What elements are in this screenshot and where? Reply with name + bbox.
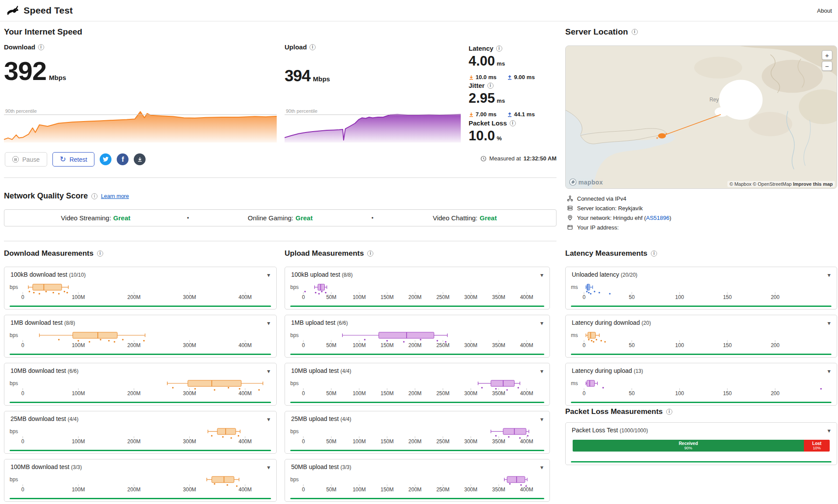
progress-line	[10, 402, 271, 403]
svg-text:0: 0	[583, 390, 586, 396]
chevron-down-icon[interactable]: ▾	[267, 368, 270, 374]
speed-test-logo	[6, 5, 19, 16]
svg-text:100M: 100M	[353, 342, 366, 348]
info-icon[interactable]: i	[367, 250, 373, 257]
svg-text:300M: 300M	[183, 294, 196, 300]
unit-label: bps	[290, 428, 302, 445]
chevron-down-icon[interactable]: ▾	[540, 320, 543, 326]
info-icon[interactable]: i	[510, 120, 516, 126]
learn-more-link[interactable]: Learn more	[101, 193, 129, 199]
measurement-card: 100MB download test (3/3)▾bps0100M200M30…	[4, 459, 277, 502]
info-icon[interactable]: i	[487, 83, 494, 89]
asn-link[interactable]: AS51896	[646, 215, 670, 221]
chevron-down-icon[interactable]: ▾	[540, 464, 543, 470]
latency-stats: Latency i 4.00ms 10.0 ms 9.00 ms	[469, 45, 556, 154]
zoom-out-button[interactable]: −	[822, 61, 832, 71]
map-zoom-controls: + −	[822, 50, 832, 71]
retest-button[interactable]: ↻ Retest	[52, 152, 95, 167]
your-network-row: Your network: Hringdu ehf (AS51896)	[567, 213, 671, 222]
packet-loss-card: Packet Loss Test (1000/1000) ▾ Received …	[565, 422, 837, 465]
measurement-card: 50MB upload test (3/3)▾bps050M100M150M20…	[285, 459, 550, 502]
lost-segment: Lost 10%	[804, 440, 830, 452]
chevron-down-icon[interactable]: ▾	[267, 272, 270, 278]
chevron-down-icon[interactable]: ▾	[828, 428, 831, 434]
svg-text:50M: 50M	[326, 487, 336, 493]
info-icon[interactable]: i	[632, 29, 638, 35]
card-title: Latency during upload (13)	[572, 367, 643, 374]
svg-text:100: 100	[675, 390, 684, 396]
svg-text:300M: 300M	[464, 342, 477, 348]
chevron-down-icon[interactable]: ▾	[828, 368, 831, 374]
svg-text:250M: 250M	[436, 438, 449, 445]
unit-label: bps	[290, 476, 302, 493]
upload-block: Upload i 394Mbps 90th percentile	[285, 43, 461, 164]
svg-text:300M: 300M	[183, 390, 196, 396]
attribution-text: © Mapbox © OpenStreetMap	[730, 181, 792, 187]
svg-text:150M: 150M	[380, 438, 393, 445]
measurement-card: Unloaded latency (20/20)▾ms050100150200	[565, 267, 837, 309]
quality-label: Online Gaming:	[248, 214, 293, 222]
jitter-group: Jitter i 2.95ms 7.00 ms 44.1 ms	[469, 82, 535, 118]
svg-text:150M: 150M	[380, 487, 393, 493]
controls-row: Pause ↻ Retest f	[5, 152, 146, 167]
improve-map-link[interactable]: Improve this map	[793, 181, 833, 187]
chevron-down-icon[interactable]: ▾	[540, 368, 543, 374]
card-title: 100kB upload test (8/8)	[291, 271, 353, 278]
measurement-card: 10MB download test (6/6)▾bps0100M200M300…	[4, 363, 277, 406]
zoom-in-button[interactable]: +	[822, 50, 832, 60]
svg-text:200M: 200M	[127, 342, 140, 348]
server-map[interactable]: Reykjavík + − mapbox © Mapbox © OpenStre…	[565, 45, 837, 189]
chevron-down-icon[interactable]: ▾	[540, 416, 543, 422]
progress-line	[290, 354, 544, 355]
card-count: (3/3)	[71, 464, 82, 470]
quality-label: Video Streaming:	[61, 214, 111, 222]
measurement-card: 1MB download test (8/8)▾bps0100M200M300M…	[4, 315, 277, 358]
about-link[interactable]: About	[817, 7, 832, 14]
svg-text:200: 200	[771, 342, 779, 348]
info-icon[interactable]: i	[666, 409, 672, 415]
info-icon[interactable]: i	[309, 44, 316, 50]
chevron-down-icon[interactable]: ▾	[828, 272, 831, 278]
svg-text:300M: 300M	[183, 487, 196, 493]
twitter-share-button[interactable]	[100, 153, 111, 165]
download-unit: Mbps	[49, 74, 66, 81]
svg-text:200M: 200M	[408, 294, 421, 300]
facebook-share-button[interactable]: f	[117, 153, 129, 165]
svg-text:350M: 350M	[492, 342, 505, 348]
location-pin-icon	[567, 215, 573, 221]
divider	[4, 177, 556, 178]
info-icon[interactable]: i	[496, 45, 502, 52]
boxplot-chart: 0100M200M300M400M	[21, 281, 272, 301]
brand: Speed Test	[6, 5, 73, 16]
card-count: (4/4)	[341, 416, 351, 422]
boxplot-chart: 050100150200	[582, 281, 832, 301]
pause-button[interactable]: Pause	[5, 152, 47, 167]
svg-text:0: 0	[21, 438, 24, 445]
boxplot-chart: 050M100M150M200M250M300M350M400M	[302, 329, 545, 349]
card-count: (8/8)	[342, 272, 353, 278]
chevron-down-icon[interactable]: ▾	[267, 464, 270, 470]
latency-label: Latency	[469, 45, 494, 52]
svg-text:50: 50	[629, 294, 635, 300]
mapbox-logo[interactable]: mapbox	[569, 178, 603, 186]
svg-text:150: 150	[723, 342, 732, 348]
measurement-card: 10MB upload test (4/4)▾bps050M100M150M20…	[285, 363, 550, 406]
info-icon[interactable]: i	[38, 44, 44, 50]
info-icon[interactable]: i	[97, 250, 103, 257]
card-count: (8/8)	[64, 320, 75, 326]
chevron-down-icon[interactable]: ▾	[540, 272, 543, 278]
upload-arrow-icon	[507, 112, 512, 117]
clock-icon	[480, 156, 487, 162]
info-icon[interactable]: i	[91, 193, 97, 199]
card-title: Unloaded latency (20/20)	[572, 271, 637, 278]
chevron-down-icon[interactable]: ▾	[828, 320, 831, 326]
boxplot-chart: 0100M200M300M400M	[21, 425, 272, 445]
info-icon[interactable]: i	[651, 250, 657, 257]
ip-address-row: Your IP address:	[567, 222, 671, 232]
connection-type-row: Connected via IPv4	[567, 194, 671, 203]
chevron-down-icon[interactable]: ▾	[267, 320, 270, 326]
card-count: (13)	[634, 368, 643, 374]
svg-text:150M: 150M	[380, 390, 393, 396]
chevron-down-icon[interactable]: ▾	[267, 416, 270, 422]
download-results-button[interactable]	[134, 153, 146, 165]
